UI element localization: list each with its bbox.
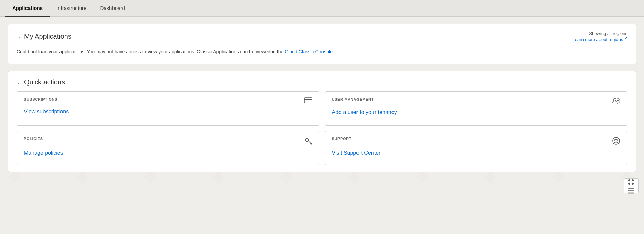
svg-rect-1 bbox=[304, 99, 312, 100]
tab-applications[interactable]: Applications bbox=[5, 0, 50, 17]
main-content: ⌄ My Applications Showing all regions Le… bbox=[0, 17, 644, 186]
user-management-category: USER MANAGEMENT bbox=[332, 97, 374, 101]
my-applications-title-group: ⌄ My Applications bbox=[17, 33, 71, 40]
key-icon bbox=[304, 137, 312, 146]
quick-actions-title: Quick actions bbox=[24, 78, 65, 86]
quick-actions-grid: SUBSCRIPTIONS View subscriptions USER MA… bbox=[17, 91, 627, 165]
quick-actions-title-group: ⌄ Quick actions bbox=[17, 78, 627, 86]
users-icon bbox=[611, 97, 620, 105]
external-link-icon: ↗ bbox=[624, 36, 627, 40]
subscriptions-card-header: SUBSCRIPTIONS bbox=[24, 97, 312, 104]
top-navigation: Applications Infrastructure Dashboard bbox=[0, 0, 644, 17]
add-user-link[interactable]: Add a user to your tenancy bbox=[332, 109, 397, 115]
subscriptions-card[interactable]: SUBSCRIPTIONS View subscriptions bbox=[17, 91, 319, 126]
view-subscriptions-link[interactable]: View subscriptions bbox=[24, 108, 69, 114]
policies-card[interactable]: POLICIES Manage policies bbox=[17, 131, 319, 165]
visit-support-center-link[interactable]: Visit Support Center bbox=[332, 150, 381, 156]
my-applications-header: ⌄ My Applications Showing all regions Le… bbox=[17, 31, 627, 42]
learn-more-regions-link[interactable]: Learn more about regions ↗ bbox=[573, 37, 628, 42]
support-card-header: SUPPORT bbox=[332, 137, 621, 146]
credit-card-icon bbox=[304, 97, 312, 104]
chevron-down-icon[interactable]: ⌄ bbox=[17, 34, 21, 39]
floating-lifebuoy-icon bbox=[627, 178, 635, 187]
tab-infrastructure[interactable]: Infrastructure bbox=[50, 0, 93, 17]
support-card[interactable]: SUPPORT Visit Support Center bbox=[325, 131, 628, 165]
user-management-card-header: USER MANAGEMENT bbox=[332, 97, 621, 105]
cloud-classic-console-link[interactable]: Cloud Classic Console bbox=[285, 49, 333, 54]
region-label: Showing all regions bbox=[573, 31, 628, 36]
svg-point-3 bbox=[617, 99, 619, 101]
tab-dashboard[interactable]: Dashboard bbox=[93, 0, 132, 17]
svg-point-2 bbox=[613, 98, 616, 101]
user-management-card[interactable]: USER MANAGEMENT Add a user to your tenan… bbox=[325, 91, 628, 126]
svg-point-9 bbox=[615, 139, 617, 142]
chevron-down-icon-quick-actions[interactable]: ⌄ bbox=[17, 80, 21, 85]
floating-dots bbox=[628, 188, 634, 194]
quick-actions-section: ⌄ Quick actions SUBSCRIPTIONS View subsc… bbox=[8, 71, 636, 172]
lifebuoy-icon bbox=[612, 137, 620, 146]
applications-error-message: Could not load your applications. You ma… bbox=[17, 46, 627, 57]
support-category: SUPPORT bbox=[332, 137, 352, 141]
policies-category: POLICIES bbox=[24, 137, 43, 141]
my-applications-section: ⌄ My Applications Showing all regions Le… bbox=[8, 24, 636, 64]
policies-card-header: POLICIES bbox=[24, 137, 312, 146]
svg-point-15 bbox=[630, 181, 632, 183]
my-applications-title: My Applications bbox=[24, 33, 71, 40]
manage-policies-link[interactable]: Manage policies bbox=[24, 150, 63, 156]
region-info: Showing all regions Learn more about reg… bbox=[573, 31, 628, 42]
floating-support-button[interactable] bbox=[624, 178, 639, 193]
subscriptions-category: SUBSCRIPTIONS bbox=[24, 97, 57, 101]
